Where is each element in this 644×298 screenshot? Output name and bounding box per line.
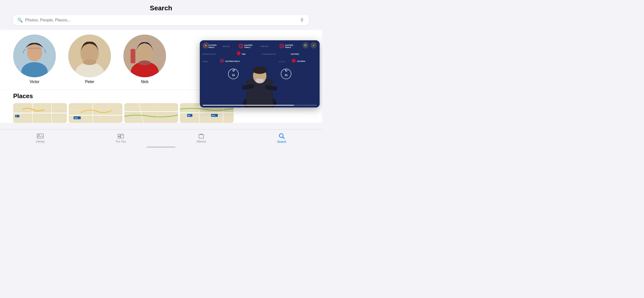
pip-progress-bar[interactable] xyxy=(203,105,317,106)
svg-text:902: 902 xyxy=(74,117,78,119)
svg-text:9: 9 xyxy=(16,115,17,117)
tab-albums-label: Albums xyxy=(196,140,206,143)
svg-rect-80 xyxy=(37,134,43,138)
pip-video-container[interactable]: EASTERN FINALS AT&T 5G EASTERN FINALS AT… xyxy=(200,40,320,107)
albums-icon xyxy=(198,133,204,139)
svg-point-71 xyxy=(292,59,296,63)
svg-point-68 xyxy=(221,60,223,62)
tab-bar: Library For You Albums Search xyxy=(0,129,322,149)
tab-library-label: Library xyxy=(36,140,45,143)
svg-text:AT&T 5G: AT&T 5G xyxy=(279,61,286,62)
svg-point-14 xyxy=(139,60,151,65)
svg-point-4 xyxy=(29,51,33,53)
avatar-peter xyxy=(68,35,111,77)
for-you-icon xyxy=(118,133,124,139)
pip-replay-right[interactable]: ↻ 15 xyxy=(281,69,291,79)
tab-library[interactable]: Library xyxy=(0,133,80,143)
search-tab-icon xyxy=(279,133,285,139)
tab-for-you-label: For You xyxy=(116,140,126,143)
svg-text:EASTERN: EASTERN xyxy=(291,53,299,55)
svg-point-9 xyxy=(83,59,96,65)
svg-rect-31 xyxy=(124,103,178,123)
search-icon: 🔍 xyxy=(18,18,23,23)
person-nick[interactable]: Nick xyxy=(124,35,166,84)
page-header: Search xyxy=(0,0,322,15)
expand-icon: ⤢ xyxy=(312,44,315,47)
svg-text:EASTERN FINALS: EASTERN FINALS xyxy=(225,60,240,62)
svg-text:M1: M1 xyxy=(188,114,191,117)
svg-text:EASTERN: EASTERN xyxy=(297,60,305,62)
svg-point-62 xyxy=(237,51,240,55)
avatar-victor xyxy=(13,35,56,77)
svg-rect-87 xyxy=(200,134,203,134)
pip-close-button[interactable]: × xyxy=(203,42,209,49)
person-peter[interactable]: Peter xyxy=(68,35,111,84)
pip-progress-fill xyxy=(203,105,294,106)
svg-rect-25 xyxy=(69,103,122,123)
tab-albums[interactable]: Albums xyxy=(161,133,242,143)
svg-rect-86 xyxy=(199,134,203,135)
svg-point-81 xyxy=(38,135,40,136)
font-size-label: A' xyxy=(304,44,307,47)
pip-replay-left[interactable]: ↺ 15 xyxy=(228,69,238,79)
search-input[interactable] xyxy=(25,18,297,23)
svg-text:FINALS: FINALS xyxy=(202,61,208,62)
svg-text:NBA: NBA xyxy=(242,53,246,55)
person-peter-name: Peter xyxy=(85,80,94,84)
map-thumb-2[interactable]: 902 xyxy=(69,103,122,123)
svg-rect-83 xyxy=(118,136,120,138)
page-title: Search xyxy=(150,4,172,12)
library-icon xyxy=(37,133,44,139)
microphone-icon[interactable]: 🎙 xyxy=(300,17,304,23)
svg-rect-84 xyxy=(121,134,124,138)
svg-rect-85 xyxy=(199,135,204,138)
pip-replay-15-right[interactable]: ↻ 15 xyxy=(281,69,291,79)
svg-point-11 xyxy=(136,44,153,62)
svg-text:M11: M11 xyxy=(212,114,216,117)
svg-point-1 xyxy=(27,44,42,61)
svg-point-76 xyxy=(252,67,267,74)
pip-font-size-button[interactable]: A' xyxy=(302,42,308,49)
svg-line-89 xyxy=(283,137,284,139)
pip-controls: × A' ⤢ xyxy=(200,40,320,50)
pip-replay-15-left[interactable]: ↺ 15 xyxy=(228,69,238,79)
home-indicator xyxy=(146,146,176,147)
svg-rect-82 xyxy=(118,134,120,136)
map-thumb-3[interactable] xyxy=(124,103,178,123)
svg-text:#WholeNewGame: #WholeNewGame xyxy=(262,53,276,55)
avatar-nick xyxy=(124,35,166,77)
pip-video-bg: EASTERN FINALS AT&T 5G EASTERN FINALS AT… xyxy=(200,40,320,107)
svg-rect-12 xyxy=(130,49,135,63)
svg-rect-77 xyxy=(256,79,264,83)
svg-rect-3 xyxy=(27,48,42,49)
search-bar[interactable]: 🔍 🎙 xyxy=(13,15,309,25)
search-bar-container: 🔍 🎙 xyxy=(0,15,322,30)
tab-search-label: Search xyxy=(277,140,286,143)
map-thumb-1[interactable]: 9 9 xyxy=(13,103,67,123)
person-nick-name: Nick xyxy=(141,80,148,84)
svg-point-5 xyxy=(36,51,40,53)
tab-for-you[interactable]: For You xyxy=(80,133,161,143)
svg-text:#WholeNewGame: #WholeNewGame xyxy=(202,53,216,55)
person-victor-name: Victor xyxy=(30,80,40,84)
pip-expand-button[interactable]: ⤢ xyxy=(310,42,317,49)
pip-top-right-controls: A' ⤢ xyxy=(302,42,317,49)
tab-search[interactable]: Search xyxy=(242,133,322,143)
person-victor[interactable]: Victor xyxy=(13,35,56,84)
